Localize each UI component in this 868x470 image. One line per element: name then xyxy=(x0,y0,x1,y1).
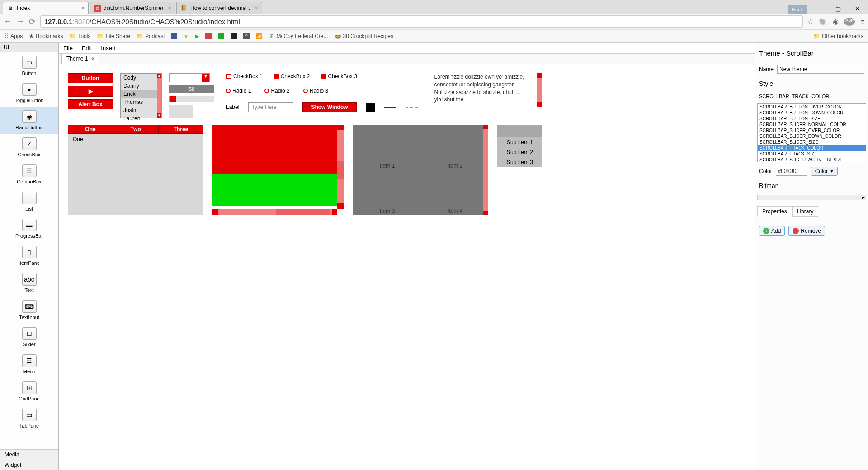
bookmark-folder[interactable]: 📁File Share xyxy=(97,33,130,39)
back-icon[interactable]: ← xyxy=(4,17,12,26)
tab-header[interactable]: Three xyxy=(158,125,203,134)
reload-icon[interactable]: ⟳ xyxy=(29,17,36,27)
ext-icon[interactable] xyxy=(218,33,224,39)
list-item[interactable]: Thomas xyxy=(121,98,161,106)
show-window-button[interactable]: Show Window xyxy=(302,102,356,112)
list-item[interactable]: Justin xyxy=(121,106,161,114)
checkbox-widget[interactable]: CheckBox 2 xyxy=(274,73,310,80)
palette-item-progressbar[interactable]: ▬ProgressBar xyxy=(0,215,58,242)
property-item[interactable]: SCROLLBAR_SLIDER_ACTIVE_RESIZE xyxy=(758,157,866,162)
palette-item-slider[interactable]: ⊟Slider xyxy=(0,324,58,351)
palette-header-ui[interactable]: UI xyxy=(0,43,58,52)
browser-tab[interactable]: d dijit.form.NumberSpinner × xyxy=(90,2,175,14)
apps-button[interactable]: ⠿Apps xyxy=(5,33,23,39)
alert-button-widget[interactable]: Alert Box xyxy=(68,99,113,109)
rss-icon[interactable]: 📶 xyxy=(256,33,263,39)
minimize-icon[interactable]: — xyxy=(810,4,828,14)
bookmark-item[interactable]: ★ Bookmarks xyxy=(29,33,63,39)
bookmark-item[interactable]: 🗎 McCoy Federal Cre... xyxy=(269,33,328,39)
menu-item[interactable]: Sub Item 3 xyxy=(497,157,542,167)
property-item[interactable]: SCROLLBAR_TRACK_COLOR xyxy=(758,145,866,151)
evernote-icon[interactable]: 🐘 xyxy=(819,18,827,26)
palette-item-combobox[interactable]: ☰ComboBox xyxy=(0,161,58,188)
button-widget[interactable]: Button xyxy=(68,73,113,83)
slider-widget[interactable] xyxy=(169,96,214,102)
itempane-widget[interactable] xyxy=(212,125,344,215)
browser-tab-active[interactable]: 🗎 Index × xyxy=(3,2,89,14)
scrollbar[interactable] xyxy=(212,209,337,215)
scrollbar[interactable]: ▶ xyxy=(757,195,866,200)
menu-icon[interactable]: ≡ xyxy=(860,18,864,26)
palette-item-togglebutton[interactable]: ●ToggleButton xyxy=(0,80,58,107)
play-button-widget[interactable]: ▶ xyxy=(68,86,113,97)
ext-icon[interactable] xyxy=(171,33,177,39)
tabpane-widget[interactable]: One Two Three One xyxy=(68,125,203,215)
close-icon[interactable]: ✕ xyxy=(848,4,866,14)
bookmark-item[interactable]: 🍲 30 Crockpot Recipes xyxy=(335,33,393,39)
address-bar[interactable]: 127.0.0.1:8020/CHAOS%20Studio/CHAOS%20St… xyxy=(40,15,803,28)
list-item[interactable]: Lauren xyxy=(121,114,161,122)
property-item[interactable]: SCROLLBAR_BUTTON_DOWN_COLOR xyxy=(758,110,866,116)
ext-icon[interactable] xyxy=(205,33,212,39)
palette-item-button[interactable]: ▭Button xyxy=(0,52,58,80)
browser-tab[interactable]: 📙 How to convert decimal t × xyxy=(176,2,262,14)
close-icon[interactable]: × xyxy=(255,5,258,11)
checkbox-widget[interactable]: CheckBox 1 xyxy=(226,73,263,80)
property-item[interactable]: SCROLLBAR_SLIDER_OVER_COLOR xyxy=(758,127,866,133)
remove-button[interactable]: −Remove xyxy=(788,226,825,236)
ext-icon[interactable]: ▶ xyxy=(195,33,199,39)
list-item[interactable]: Cody xyxy=(121,74,161,82)
radio-widget[interactable]: Radio 1 xyxy=(226,88,251,94)
close-icon[interactable]: × xyxy=(81,5,85,11)
list-item[interactable]: Danny xyxy=(121,82,161,90)
palette-item-gridpane[interactable]: ⊞GridPane xyxy=(0,378,58,405)
property-item[interactable]: SCROLLBAR_BUTTON_OVER_COLOR xyxy=(758,104,866,110)
palette-item-textinput[interactable]: ⌨TextInput xyxy=(0,296,58,324)
scrollbar[interactable]: ▲▼ xyxy=(157,74,161,118)
maximize-icon[interactable]: ▢ xyxy=(829,4,847,14)
palette-item-list[interactable]: ≡List xyxy=(0,188,58,215)
bookmark-folder[interactable]: 📁Podcast xyxy=(137,33,165,39)
property-item[interactable]: SCROLLBAR_TRACK_SIZE xyxy=(758,151,866,157)
property-list[interactable]: SCROLLBAR_BUTTON_OVER_COLORSCROLLBAR_BUT… xyxy=(757,103,866,162)
color-picker-button[interactable]: Color ▼ xyxy=(811,167,838,176)
property-item[interactable]: SCROLLBAR_BUTTON_SIZE xyxy=(758,116,866,122)
color-swatch[interactable] xyxy=(366,103,375,112)
other-bookmarks[interactable]: 📁Other bookmarks xyxy=(813,33,863,39)
combobox-widget[interactable]: ▼ xyxy=(169,73,210,82)
menu-insert[interactable]: Insert xyxy=(101,45,116,52)
close-icon[interactable]: × xyxy=(91,56,94,62)
color-input[interactable] xyxy=(776,167,807,176)
ext-icon[interactable]: ★ xyxy=(184,33,189,39)
checkbox-widget[interactable]: CheckBox 3 xyxy=(321,73,357,80)
ext-icon[interactable]: ✕ xyxy=(243,33,250,39)
spinner-widget[interactable]: 50 xyxy=(169,85,214,93)
palette-item-menu[interactable]: ☰Menu xyxy=(0,351,58,378)
star-icon[interactable]: ☆ xyxy=(807,18,813,26)
palette-item-radiobutton[interactable]: ◉RadioButton xyxy=(0,107,58,134)
palette-item-tabpane[interactable]: ▭TabPane xyxy=(0,405,58,432)
abp-icon[interactable]: ABP xyxy=(844,18,855,26)
palette-header-media[interactable]: Media xyxy=(0,450,58,460)
menu-item[interactable]: Sub Item 2 xyxy=(497,147,542,157)
list-item[interactable]: Erick xyxy=(121,90,161,98)
close-icon[interactable]: × xyxy=(168,5,171,11)
property-item[interactable]: SCROLLBAR_SLIDER_DOWN_COLOR xyxy=(758,133,866,139)
scrollbar-widget[interactable] xyxy=(537,73,542,107)
menu-file[interactable]: File xyxy=(63,45,73,52)
scrollbar[interactable] xyxy=(483,125,488,215)
property-item[interactable]: SCROLLBAR_SLIDER_NORMAL_COLOR xyxy=(758,122,866,127)
design-canvas[interactable]: Button ▶ Alert Box CodyDannyErickThomasJ… xyxy=(59,64,755,470)
radio-widget[interactable]: Radio 3 xyxy=(303,88,328,94)
radio-widget[interactable]: Radio 2 xyxy=(264,88,289,94)
forward-icon[interactable]: → xyxy=(16,17,24,26)
name-input[interactable] xyxy=(777,65,864,74)
bookmark-folder[interactable]: 📁Tools xyxy=(69,33,90,39)
chevron-down-icon[interactable]: ▼ xyxy=(202,74,209,82)
menu-item[interactable]: Sub Item 1 xyxy=(497,137,542,147)
menu-edit[interactable]: Edit xyxy=(82,45,92,52)
textinput-widget[interactable]: Type Here xyxy=(248,102,293,112)
scrollbar[interactable] xyxy=(337,125,344,209)
add-button[interactable]: +Add xyxy=(759,226,785,236)
palette-item-text[interactable]: abcText xyxy=(0,269,58,296)
